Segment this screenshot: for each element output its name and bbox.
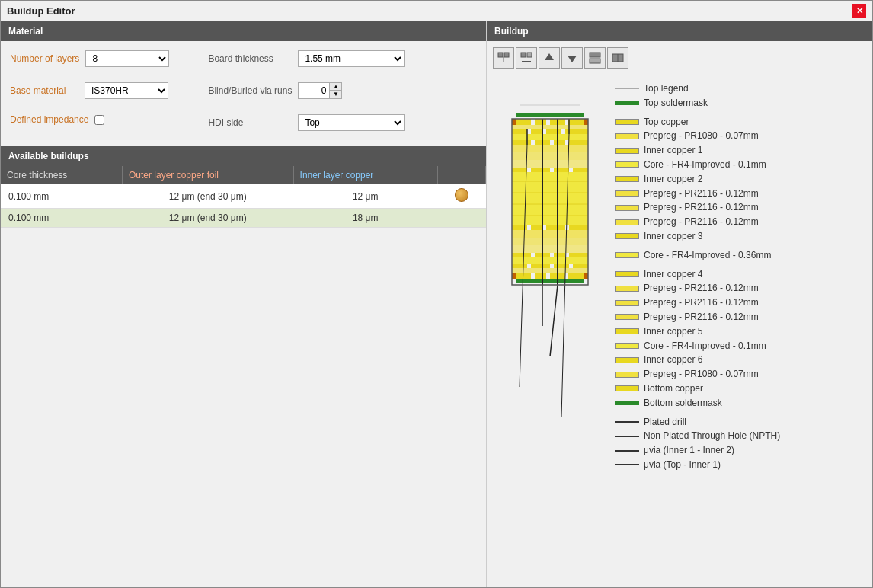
legend-block: [615, 176, 639, 182]
legend-block: [615, 271, 639, 277]
legend-uvia-line: [615, 450, 639, 452]
pcb-svg: [500, 90, 600, 532]
left-panel: Material Number of layers 8 4 6 10 12: [1, 21, 487, 587]
svg-rect-34: [531, 168, 550, 172]
merge-button[interactable]: [607, 47, 628, 69]
svg-rect-47: [512, 238, 588, 245]
svg-rect-29: [569, 140, 588, 145]
svg-rect-49: [512, 253, 531, 257]
svg-rect-8: [590, 53, 600, 57]
legend-label: Plated drill: [644, 416, 686, 429]
legend-block: [615, 119, 639, 125]
legend-label: Core - FR4-Improved - 0.36mm: [644, 249, 771, 262]
col-core: Core thickness: [1, 166, 122, 184]
legend-label: μvia (Top - Inner 1): [644, 459, 721, 471]
svg-rect-60: [535, 273, 546, 279]
legend-label: Core - FR4-Improved - 0.1mm: [644, 158, 766, 171]
num-layers-select[interactable]: 8 4 6 10 12 16: [85, 50, 169, 67]
legend-label: Inner copper 2: [644, 173, 702, 186]
cell-inner: 18 μm: [293, 209, 437, 228]
legend-prepreg2116-1: Prepreg - PR2116 - 0.12mm: [615, 187, 866, 200]
legend-label: Prepreg - PR2116 - 0.12mm: [644, 296, 759, 309]
col-outer: Outer layer copper foil: [122, 166, 293, 184]
svg-rect-51: [554, 253, 565, 257]
legend-block: [615, 190, 639, 197]
legend-core3: Core - FR4-Improved - 0.1mm: [615, 340, 866, 353]
svg-rect-21: [512, 129, 527, 134]
base-material-select[interactable]: IS370HR FR4 FR4-Improved: [85, 82, 168, 99]
coin-icon: [455, 188, 468, 202]
cell-outer: 12 μm (end 30 μm): [122, 209, 293, 228]
legend-block: [615, 372, 639, 378]
move-down-button[interactable]: [561, 47, 583, 69]
legend-label: Inner copper 5: [644, 325, 702, 338]
board-thickness-row: Board thickness 1.55 mm 0.8 mm 1.0 mm 1.…: [208, 50, 405, 67]
board-thickness-select[interactable]: 1.55 mm 0.8 mm 1.0 mm 1.2 mm 2.0 mm: [298, 50, 405, 67]
buildup-toolbar: +: [493, 47, 866, 69]
spinner-up[interactable]: ▲: [329, 83, 341, 91]
svg-rect-56: [554, 264, 569, 268]
legend-uvia-top: μvia (Top - Inner 1): [615, 459, 866, 471]
material-section: Material Number of layers 8 4 6 10 12: [1, 21, 486, 146]
main-content: Material Number of layers 8 4 6 10 12: [1, 21, 872, 587]
legend-label: Prepreg - PR2116 - 0.12mm: [644, 311, 759, 324]
svg-rect-44: [546, 225, 565, 230]
legend-block: [615, 328, 639, 334]
legend-npth-line: [615, 436, 639, 437]
title-bar: Buildup Editor ✕: [1, 1, 872, 21]
svg-line-69: [550, 285, 558, 356]
split-button[interactable]: [584, 47, 606, 69]
legend-inner2: Inner copper 2: [615, 173, 866, 186]
col-action: [437, 166, 485, 184]
buildups-table: Core thickness Outer layer copper foil I…: [1, 166, 486, 228]
legend-label: Inner copper 1: [644, 144, 702, 157]
remove-column-button[interactable]: [516, 47, 537, 69]
hdi-side-select[interactable]: Top Bottom Both: [298, 114, 405, 131]
svg-rect-25: [512, 134, 588, 140]
material-header: Material: [1, 21, 486, 41]
svg-rect-32: [512, 160, 588, 168]
legend-inner5: Inner copper 5: [615, 325, 866, 338]
legend-label: Prepreg - PR1080 - 0.07mm: [644, 368, 759, 381]
move-up-button[interactable]: [539, 47, 560, 69]
legend-label: Prepreg - PR2116 - 0.12mm: [644, 282, 759, 295]
legend-top-copper: Top copper: [615, 116, 866, 129]
legend-block: [615, 205, 639, 211]
legend-label: Prepreg - PR2116 - 0.12mm: [644, 201, 759, 214]
legend-label: Top soldermask: [644, 97, 708, 110]
add-column-button[interactable]: +: [493, 47, 514, 69]
defined-impedance-checkbox[interactable]: [94, 115, 104, 125]
svg-rect-15: [535, 119, 546, 125]
num-layers-label: Number of layers: [10, 53, 79, 64]
svg-rect-17: [568, 119, 584, 125]
legend-block: [615, 161, 639, 168]
pcb-diagram: [493, 75, 607, 581]
buildups-table-container: Core thickness Outer layer copper foil I…: [1, 166, 486, 228]
close-button[interactable]: ✕: [852, 4, 866, 18]
buildup-panel: Buildup +: [487, 21, 872, 587]
cell-core: 0.100 mm: [1, 209, 122, 228]
blind-buried-input[interactable]: [299, 84, 329, 97]
legend-line-soldermask-bot: [615, 401, 639, 405]
legend-bottom-copper: Bottom copper: [615, 382, 866, 395]
spinner-buttons: ▲ ▼: [329, 83, 341, 98]
legend-inner1: Inner copper 1: [615, 144, 866, 157]
spinner-down[interactable]: ▼: [329, 91, 341, 98]
legend-label: Prepreg - PR2116 - 0.12mm: [644, 216, 759, 228]
buildup-header: Buildup: [487, 21, 872, 41]
svg-rect-48: [512, 245, 588, 253]
hdi-side-label: HDI side: [208, 117, 292, 128]
table-row[interactable]: 0.100 mm 12 μm (end 30 μm) 12 μm: [1, 184, 486, 209]
table-row[interactable]: 0.100 mm 12 μm (end 30 μm) 18 μm: [1, 209, 486, 228]
legend-prepreg2116-5: Prepreg - PR2116 - 0.12mm: [615, 296, 866, 309]
legend-top-soldermask: Top soldermask: [615, 97, 866, 110]
svg-rect-43: [531, 225, 542, 230]
legend-npth: Non Plated Through Hole (NPTH): [615, 430, 866, 443]
legend-line-soldermask: [615, 101, 639, 105]
legend-label: μvia (Inner 1 - Inner 2): [644, 444, 734, 457]
svg-rect-20: [512, 125, 588, 129]
legend-label: Prepreg - PR2116 - 0.12mm: [644, 187, 759, 200]
svg-rect-14: [516, 119, 531, 125]
legend-block: [615, 314, 639, 320]
defined-impedance-row: Defined impedance: [10, 114, 169, 125]
